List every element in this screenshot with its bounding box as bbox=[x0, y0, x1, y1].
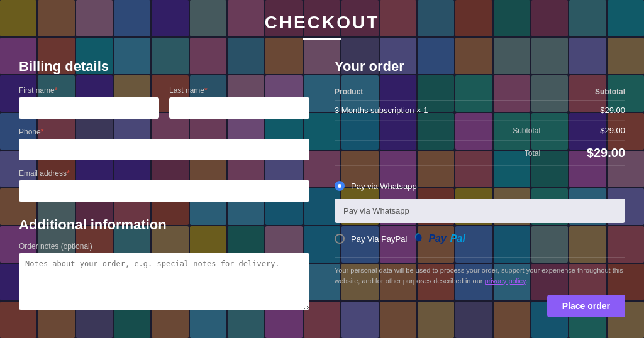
last-name-input[interactable] bbox=[169, 97, 309, 119]
privacy-policy-link[interactable]: privacy policy bbox=[484, 277, 525, 285]
total-label: Total bbox=[335, 141, 540, 166]
svg-point-1 bbox=[416, 234, 422, 242]
payment-divider bbox=[335, 257, 625, 258]
whatsapp-radio[interactable] bbox=[335, 181, 345, 191]
order-notes-label: Order notes (optional) bbox=[19, 242, 309, 251]
subtotal-value: $29.00 bbox=[540, 121, 625, 141]
order-notes-input[interactable] bbox=[19, 253, 309, 310]
col-product: Product bbox=[335, 84, 540, 101]
place-order-button[interactable]: Place order bbox=[547, 295, 625, 317]
subtotal-row: Subtotal $29.00 bbox=[335, 121, 625, 141]
first-name-label: First name* bbox=[19, 86, 159, 95]
order-table: Product Subtotal 3 Months subscription ×… bbox=[335, 84, 625, 166]
phone-label: Phone* bbox=[19, 128, 309, 136]
paypal-icon bbox=[413, 233, 425, 244]
billing-heading: Billing details bbox=[19, 58, 309, 75]
additional-heading: Additional information bbox=[19, 217, 309, 233]
whatsapp-payment-option[interactable]: Pay via Whatsapp bbox=[335, 176, 625, 196]
email-label: Email address* bbox=[19, 169, 309, 178]
product-price: $29.00 bbox=[540, 101, 625, 121]
title-underline bbox=[303, 38, 341, 40]
first-name-input[interactable] bbox=[19, 97, 159, 119]
paypal-text-light: Pal bbox=[450, 233, 465, 244]
whatsapp-expanded-text: Pay via Whatsapp bbox=[343, 206, 409, 215]
whatsapp-expanded-panel: Pay via Whatsapp bbox=[335, 199, 625, 223]
total-row: Total $29.00 bbox=[335, 141, 625, 166]
product-name: 3 Months subscription × 1 bbox=[335, 101, 540, 121]
payment-options: Pay via Whatsapp Pay via Whatsapp Pay Vi… bbox=[335, 176, 625, 317]
subtotal-label: Subtotal bbox=[335, 121, 540, 141]
paypal-payment-option[interactable]: Pay Via PayPal PayPal bbox=[335, 228, 625, 249]
paypal-text-blue: Pay bbox=[428, 233, 446, 244]
email-input[interactable] bbox=[19, 180, 309, 202]
phone-input[interactable] bbox=[19, 139, 309, 160]
col-subtotal: Subtotal bbox=[540, 84, 625, 101]
page-title: CHECKOUT bbox=[19, 13, 625, 33]
whatsapp-payment-label: Pay via Whatsapp bbox=[351, 182, 417, 191]
paypal-logo: PayPal bbox=[413, 233, 465, 244]
last-name-label: Last name* bbox=[169, 86, 309, 95]
paypal-payment-label: Pay Via PayPal bbox=[351, 234, 407, 244]
paypal-radio[interactable] bbox=[335, 234, 345, 244]
privacy-text: Your personal data will be used to proce… bbox=[335, 265, 625, 286]
total-value: $29.00 bbox=[540, 141, 625, 166]
order-heading: Your order bbox=[335, 58, 625, 75]
order-product-row: 3 Months subscription × 1 $29.00 bbox=[335, 101, 625, 121]
